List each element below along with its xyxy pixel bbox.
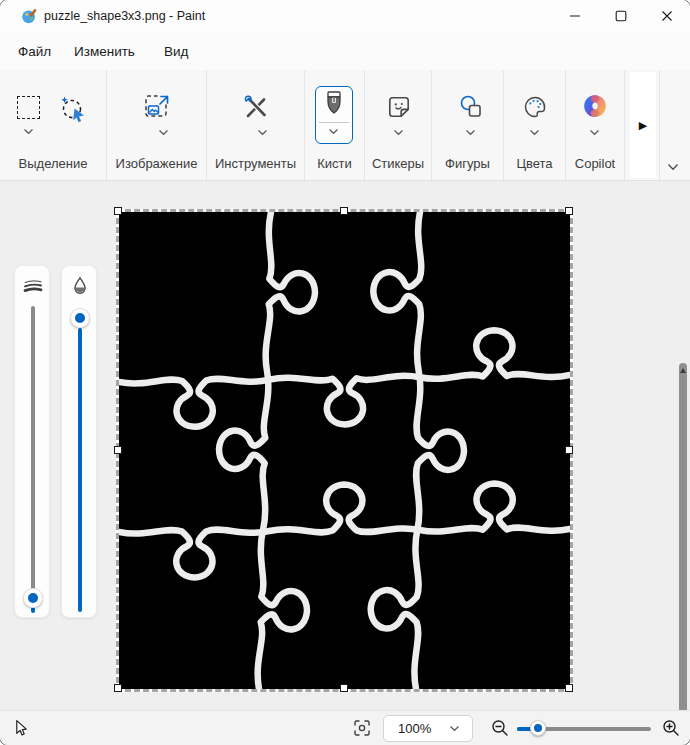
chevron-down-icon[interactable] bbox=[589, 129, 600, 136]
chevron-down-icon[interactable] bbox=[257, 129, 268, 136]
chevron-down-icon[interactable] bbox=[158, 129, 169, 136]
copilot-icon[interactable] bbox=[582, 93, 608, 119]
zoom-out-icon bbox=[491, 719, 509, 737]
brushes-split-button[interactable] bbox=[315, 86, 353, 144]
zoom-slider-thumb[interactable] bbox=[530, 720, 546, 736]
ribbon-section-shapes: Фигуры bbox=[432, 70, 504, 180]
resize-handle-bottom-right[interactable] bbox=[565, 684, 573, 692]
section-label: Стикеры bbox=[365, 156, 431, 171]
scrollbar-up-arrow-icon[interactable] bbox=[680, 368, 686, 373]
droplet-icon bbox=[72, 276, 88, 297]
ribbon-section-copilot: Copilot bbox=[566, 70, 625, 180]
resize-handle-middle-left[interactable] bbox=[114, 446, 122, 454]
canvas-image[interactable] bbox=[119, 212, 570, 689]
section-label: Фигуры bbox=[432, 156, 503, 171]
menu-view[interactable]: Вид bbox=[158, 40, 194, 64]
zoom-level-value: 100% bbox=[398, 721, 449, 736]
tools-icon[interactable] bbox=[242, 93, 270, 121]
flyout-arrow-icon: ▶ bbox=[639, 119, 647, 132]
resize-handle-top-left[interactable] bbox=[114, 207, 122, 215]
chevron-down-icon[interactable] bbox=[529, 129, 540, 136]
resize-handle-bottom-middle[interactable] bbox=[340, 684, 348, 692]
brush-size-slider-panel bbox=[14, 265, 50, 618]
menu-file[interactable]: Файл bbox=[12, 40, 57, 64]
brush-size-icon bbox=[23, 278, 43, 294]
menu-edit[interactable]: Изменить bbox=[68, 40, 141, 64]
ribbon-section-stickers: Стикеры bbox=[365, 70, 432, 180]
section-label: Инструменты bbox=[207, 156, 304, 171]
selection-frame[interactable] bbox=[116, 209, 573, 692]
menu-bar: Файл Изменить Вид bbox=[0, 32, 690, 70]
window-title: puzzle_shape3x3.png - Paint bbox=[44, 0, 205, 32]
chevron-down-icon[interactable] bbox=[328, 128, 339, 135]
chevron-down-icon[interactable] bbox=[393, 129, 404, 136]
shapes-icon[interactable] bbox=[458, 94, 484, 120]
maximize-icon bbox=[615, 10, 627, 22]
zoom-out-button[interactable] bbox=[486, 714, 514, 742]
sticker-icon[interactable] bbox=[386, 94, 412, 120]
section-label: Изображение bbox=[107, 156, 206, 171]
palette-icon[interactable] bbox=[522, 94, 548, 120]
brush-size-track[interactable] bbox=[31, 306, 35, 592]
section-label: Copilot bbox=[566, 156, 624, 171]
minimize-icon bbox=[569, 10, 581, 22]
image-icon[interactable] bbox=[143, 93, 171, 121]
section-label: Цвета bbox=[504, 156, 565, 171]
paint-window: puzzle_shape3x3.png - Paint Файл Изменит… bbox=[0, 0, 690, 745]
rect-select-icon[interactable] bbox=[17, 96, 40, 119]
maximize-button[interactable] bbox=[598, 0, 644, 32]
resize-handle-top-right[interactable] bbox=[565, 207, 573, 215]
close-icon bbox=[661, 10, 673, 22]
resize-handle-bottom-left[interactable] bbox=[114, 684, 122, 692]
ribbon-flyout[interactable]: ▶ bbox=[630, 72, 656, 178]
brush-icon bbox=[324, 90, 344, 120]
opacity-slider-panel bbox=[61, 265, 97, 618]
section-label: Кисти bbox=[305, 156, 364, 171]
ribbon-section-colors: Цвета bbox=[504, 70, 566, 180]
scrollbar-thumb[interactable] bbox=[679, 363, 687, 745]
collapse-ribbon-chevron-icon[interactable] bbox=[667, 163, 679, 171]
minimize-button[interactable] bbox=[552, 0, 598, 32]
zoom-level-dropdown[interactable]: 100% bbox=[383, 715, 473, 742]
smart-select-icon[interactable] bbox=[59, 94, 89, 124]
resize-handle-top-middle[interactable] bbox=[340, 207, 348, 215]
brush-size-thumb[interactable] bbox=[23, 588, 43, 608]
ribbon-section-image: Изображение bbox=[107, 70, 207, 180]
fit-to-screen-icon bbox=[354, 720, 370, 736]
ribbon-section-tools: Инструменты bbox=[207, 70, 305, 180]
vertical-scrollbar[interactable] bbox=[678, 363, 689, 745]
chevron-down-icon bbox=[449, 725, 460, 732]
opacity-thumb[interactable] bbox=[70, 308, 90, 328]
resize-handle-middle-right[interactable] bbox=[565, 446, 573, 454]
status-bar: 100% bbox=[0, 710, 690, 745]
fit-to-screen-button[interactable] bbox=[348, 714, 376, 742]
close-button[interactable] bbox=[644, 0, 690, 32]
chevron-down-icon[interactable] bbox=[465, 129, 476, 136]
opacity-track[interactable] bbox=[78, 328, 82, 612]
title-bar: puzzle_shape3x3.png - Paint bbox=[0, 0, 690, 32]
cursor-tool-icon bbox=[13, 719, 29, 737]
paint-app-icon bbox=[21, 8, 37, 24]
chevron-down-icon[interactable] bbox=[23, 128, 34, 135]
ribbon-toolbar: Выделение Изображение Инструменты bbox=[0, 70, 690, 181]
ribbon-section-selection: Выделение bbox=[0, 70, 107, 180]
split-button-divider bbox=[319, 122, 349, 123]
ribbon-section-brushes: Кисти bbox=[305, 70, 365, 180]
zoom-in-button[interactable] bbox=[657, 714, 685, 742]
zoom-in-icon bbox=[662, 719, 680, 737]
section-label: Выделение bbox=[0, 156, 106, 171]
